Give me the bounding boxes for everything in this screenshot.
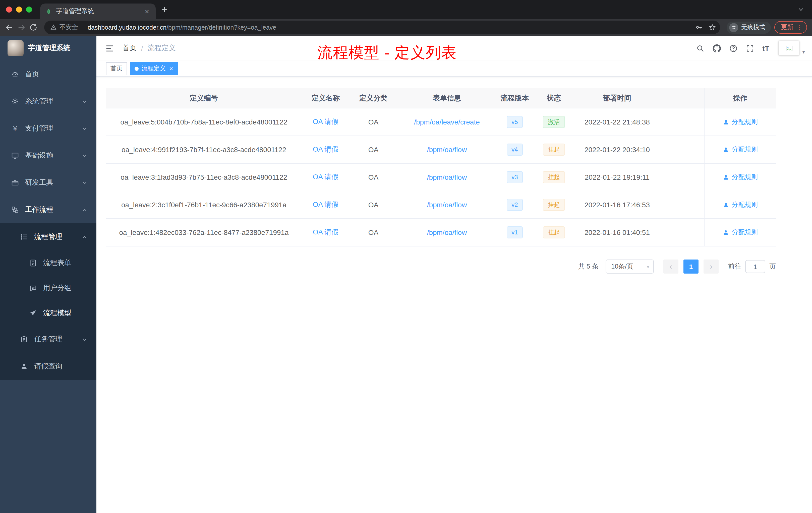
minimize-window-button[interactable] [16, 6, 22, 12]
sidebar-collapse-icon[interactable] [105, 43, 115, 53]
tag-home[interactable]: 首页 [106, 62, 127, 75]
col-version: 流程版本 [497, 88, 533, 108]
sidebar-item-process-mgmt[interactable]: 流程管理 [0, 223, 96, 250]
browser-menu-icon[interactable]: ⋮ [796, 24, 803, 31]
form-info-link[interactable]: /bpm/oa/flow [427, 146, 467, 154]
goto-page-input[interactable] [745, 260, 765, 273]
goto-label: 前往 [728, 262, 741, 271]
incognito-label: 无痕模式 [741, 23, 765, 32]
assign-rule-button[interactable]: 分配规则 [723, 173, 758, 182]
forward-button[interactable] [17, 23, 26, 32]
sidebar-item-leave-query[interactable]: 请假查询 [0, 353, 96, 380]
col-category: 定义分类 [349, 88, 397, 108]
update-button[interactable]: 更新 ⋮ [774, 21, 807, 34]
assign-rule-button[interactable]: 分配规则 [723, 200, 758, 209]
browser-tab[interactable]: 芋道管理系统 × [40, 3, 156, 19]
next-page-button[interactable]: › [703, 260, 719, 274]
list-icon [20, 233, 28, 241]
avatar-caret-icon: ▾ [802, 49, 805, 56]
deploy-time: 2022-01-22 20:34:10 [575, 136, 659, 163]
tab-close-icon[interactable]: × [143, 7, 151, 16]
address-bar[interactable]: 不安全 dashboard.yudao.iocoder.cn /bpm/mana… [44, 21, 720, 34]
user-icon [723, 202, 729, 208]
screenshot-viewport: 芋道管理系统 × + 不安全 dashboard.yudao.iocoder.c… [0, 0, 812, 513]
table-row: oa_leave:2:3c1f0ef1-76b1-11ec-9c66-a2380… [106, 191, 776, 219]
definition-category: OA [349, 191, 397, 218]
not-secure-warning-icon[interactable] [50, 24, 57, 31]
version-badge: v2 [506, 199, 523, 211]
font-size-icon[interactable]: tT [762, 44, 770, 52]
definition-name-link[interactable]: OA 请假 [313, 173, 339, 182]
user-icon [723, 229, 729, 236]
definition-category: OA [349, 219, 397, 246]
incognito-icon [729, 23, 738, 32]
page-size-select[interactable]: 10条/页 ▾ [606, 260, 654, 274]
current-page-button[interactable]: 1 [684, 260, 698, 274]
bookmark-star-icon[interactable] [708, 24, 716, 31]
status-badge: 挂起 [543, 171, 565, 183]
chevron-up-icon [82, 207, 87, 213]
assign-rule-button[interactable]: 分配规则 [723, 117, 758, 126]
breadcrumb-home[interactable]: 首页 [122, 44, 137, 53]
tag-close-icon[interactable]: × [169, 65, 173, 72]
new-tab-button[interactable]: + [162, 4, 167, 15]
sidebar-item-workflow[interactable]: 工作流程 [0, 196, 96, 223]
table-row: oa_leave:1:482ec033-762a-11ec-8477-a2380… [106, 219, 776, 246]
form-info-link[interactable]: /bpm/oa/flow [427, 201, 467, 209]
dashboard-icon [11, 70, 19, 78]
avatar[interactable] [779, 41, 800, 56]
cell-version: v2 [497, 191, 533, 218]
sidebar-item-task-mgmt[interactable]: 任务管理 [0, 326, 96, 353]
url-host: dashboard.yudao.iocoder.cn [88, 24, 167, 31]
definition-name-link[interactable]: OA 请假 [313, 200, 339, 209]
user-avatar-menu[interactable]: ▾ [779, 41, 805, 56]
form-info-link[interactable]: /bpm/oa/flow [427, 229, 467, 236]
logo-avatar [7, 40, 24, 56]
sidebar-item-home[interactable]: 首页 [0, 61, 96, 88]
tab-favicon-icon [45, 8, 52, 15]
breadcrumb-current: 流程定义 [148, 44, 176, 53]
sidebar-item-user-group[interactable]: 用户分组 [0, 276, 96, 301]
github-icon[interactable] [713, 44, 721, 53]
tab-search-chevron-icon[interactable] [798, 6, 804, 12]
search-icon[interactable] [696, 44, 704, 53]
page-annotation: 流程模型 - 定义列表 [317, 43, 457, 63]
definition-id: oa_leave:1:482ec033-762a-11ec-8477-a2380… [106, 219, 302, 246]
password-key-icon[interactable] [695, 24, 702, 31]
tag-process-definition[interactable]: 流程定义 × [130, 62, 177, 75]
deploy-time: 2022-01-16 01:40:51 [575, 219, 659, 246]
chevron-down-icon [82, 153, 87, 158]
cell-version: v3 [497, 163, 533, 191]
cell-version: v5 [497, 109, 533, 135]
sidebar-item-payment-mgmt[interactable]: ¥ 支付管理 [0, 115, 96, 142]
chat-bubble-icon [29, 284, 37, 292]
status-badge: 挂起 [543, 144, 565, 156]
form-info-link[interactable]: /bpm/oa/leave/create [414, 118, 480, 126]
reload-button[interactable] [29, 23, 38, 32]
app-logo[interactable]: 芋道管理系统 [0, 36, 96, 61]
back-button[interactable] [5, 23, 13, 32]
fullscreen-icon[interactable] [746, 44, 754, 53]
zoom-window-button[interactable] [26, 6, 32, 12]
sidebar-item-system-mgmt[interactable]: 系统管理 [0, 88, 96, 115]
definition-name-link[interactable]: OA 请假 [313, 117, 339, 126]
security-label[interactable]: 不安全 [59, 23, 78, 32]
definition-name-link[interactable]: OA 请假 [313, 145, 339, 154]
prev-page-button[interactable]: ‹ [663, 260, 678, 274]
assign-rule-button[interactable]: 分配规则 [723, 228, 758, 237]
sidebar-item-infrastructure[interactable]: 基础设施 [0, 142, 96, 169]
form-info-link[interactable]: /bpm/oa/flow [427, 173, 467, 181]
chevron-down-icon [82, 99, 87, 104]
app-navbar: 首页 / 流程定义 流程模型 - 定义列表 [96, 36, 812, 61]
help-icon[interactable] [729, 44, 738, 53]
browser-tab-strip: 芋道管理系统 × + [0, 0, 812, 19]
sidebar-item-dev-tools[interactable]: 研发工具 [0, 169, 96, 196]
cell-operation: 分配规则 [704, 191, 776, 218]
sidebar-item-process-form[interactable]: 流程表单 [0, 250, 96, 276]
definition-name-link[interactable]: OA 请假 [313, 228, 339, 237]
sidebar-item-process-model[interactable]: 流程模型 [0, 301, 96, 326]
assign-rule-button[interactable]: 分配规则 [723, 145, 758, 154]
close-window-button[interactable] [6, 6, 12, 12]
window-controls [6, 6, 32, 12]
pagination: 共 5 条 10条/页 ▾ ‹ 1 › 前往 页 [106, 260, 776, 274]
